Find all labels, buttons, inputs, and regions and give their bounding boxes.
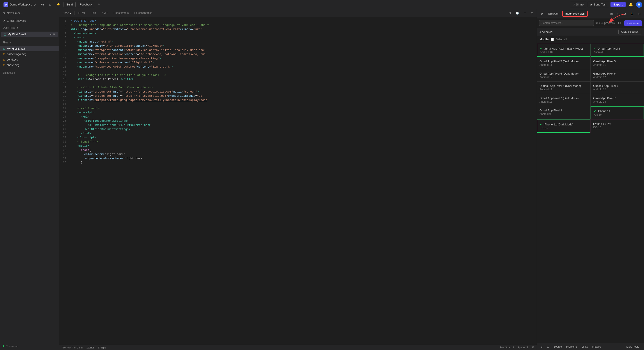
editor-area: Code ▾ HTML Text AMP Transformers Person… xyxy=(59,9,537,350)
right-panel-header: ↻ Browser Inbox Previews ⊞ ⊟ ⚙ 📱 ⊡ xyxy=(537,9,644,19)
active-open-file-item[interactable]: ◻ My First Email ··· ✕ xyxy=(1,32,58,37)
status-bar: File: /My First Email 12.5KB 1756px Font… xyxy=(59,345,537,350)
preview-item-gmail-pixel5-dark[interactable]: Gmail App Pixel 5 (Dark Mode) Android 11 xyxy=(537,57,590,69)
tab-text[interactable]: Text xyxy=(88,10,98,16)
send-test-button[interactable]: ▶ Send Test xyxy=(588,2,609,7)
topbar: D Demo Workspace ◇ ≡▾ ⌂ ⚡ Build Feedback… xyxy=(0,0,644,9)
preview-item-iphone11[interactable]: ✔ iPhone 11 iOS 15 xyxy=(590,106,644,119)
tab-html[interactable]: HTML xyxy=(76,10,88,16)
code-line-2: <!-- Change the lang and dir attributes … xyxy=(70,23,537,27)
mobile-label: Mobile xyxy=(540,38,548,41)
selected-bar: 4 selected Clear selection xyxy=(537,28,644,36)
preview-item-gmail-pixel6[interactable]: Gmail App Pixel 6 Android 12 xyxy=(590,69,644,81)
editor-tabs: Code ▾ HTML Text AMP Transformers Person… xyxy=(59,9,537,17)
email-analytics-link[interactable]: ↗ Email Analytics xyxy=(0,17,59,25)
grid-small-icon-button[interactable]: ⊞ xyxy=(608,11,615,17)
home-icon-button[interactable]: ⌂ xyxy=(47,2,53,8)
file-item-parcel-logo[interactable]: ◻ parcel-logo.svg xyxy=(0,51,59,57)
source-button[interactable]: Source xyxy=(552,344,564,349)
workspace-chevron-icon: ◇ xyxy=(34,3,36,6)
tab-personalization[interactable]: Personalization xyxy=(132,10,155,16)
preview-item-outlook-pixel6[interactable]: Outlook App Pixel 6 Android 12 xyxy=(590,82,644,94)
mail-icon-button[interactable]: ✉ xyxy=(507,11,512,16)
add-tab-button[interactable]: + xyxy=(96,2,102,7)
code-line-15: <title>Welcome to Parcel!</title> xyxy=(70,77,537,81)
continue-button[interactable]: Continue xyxy=(624,20,642,26)
preview-item-gmail-pixel5[interactable]: Gmail App Pixel 5 Android 11 xyxy=(590,57,644,69)
export-button[interactable]: Export xyxy=(610,2,626,7)
file-html-icon: ◻ xyxy=(4,33,6,36)
preview-item-gmail-pixel7[interactable]: Gmail App Pixel 7 Android 13 xyxy=(590,94,644,106)
open-file-close-icon[interactable]: ✕ xyxy=(53,33,55,36)
select-all-checkbox[interactable] xyxy=(551,38,554,41)
file-item-send[interactable]: ◻ send.svg xyxy=(0,57,59,62)
preview-item-outlook-pixel6-dark[interactable]: Outlook App Pixel 6 (Dark Mode) Android … xyxy=(537,82,590,94)
search-input[interactable] xyxy=(539,20,594,26)
more-tools-button[interactable]: More Tools ··· xyxy=(626,345,642,348)
line-numbers: 1 2 3 4 5 6 7 8 9 10 11 12 13 14 15 16 1 xyxy=(59,17,68,166)
grid-large-icon-button[interactable]: ⊟ xyxy=(615,11,621,17)
workspace-button[interactable]: D Demo Workspace ◇ xyxy=(2,1,38,8)
user-avatar[interactable]: B xyxy=(636,2,642,8)
preview-icon-button[interactable]: ⊡ xyxy=(529,11,535,16)
table-tool-icon[interactable]: ⊞ xyxy=(545,344,551,349)
clear-selection-button[interactable]: Clear selection xyxy=(618,29,641,35)
device-icon-button[interactable]: 📱 xyxy=(628,11,636,17)
open-files-chevron-icon: ▾ xyxy=(17,26,18,29)
open-file-name: My First Email xyxy=(8,33,26,36)
images-button[interactable]: Images xyxy=(590,344,602,349)
file-item-my-first-email[interactable]: ◻ My First Email xyxy=(0,46,59,51)
code-line-9: <meta name="format-detection" content="t… xyxy=(70,52,537,56)
preview-count: 94 / 94 previews xyxy=(596,22,615,25)
code-line-22: <!--[if mso]> xyxy=(70,106,537,110)
open-file-more-icon[interactable]: ··· xyxy=(50,33,52,36)
code-line-17: <!--link to Roboto Slab font from google… xyxy=(70,86,537,90)
preview-item-gmail-pixel4-dark[interactable]: ✔ Gmail App Pixel 4 (Dark Mode) Android … xyxy=(537,44,590,57)
notifications-button[interactable]: 🔔 xyxy=(627,2,635,8)
code-line-5: <head> xyxy=(70,36,537,40)
settings-icon-button[interactable]: ⚙ xyxy=(622,11,628,17)
browser-tab[interactable]: Browser xyxy=(546,11,562,16)
select-all-label[interactable]: Select all xyxy=(556,38,567,41)
preview-item-gmail-pixel3[interactable]: Gmail App Pixel 3 Android 9 xyxy=(537,106,590,119)
open-files-label: Open Files xyxy=(3,26,15,29)
tab-amp[interactable]: AMP xyxy=(99,10,110,16)
files-section: Files ▾ ◻ My First Email ◻ parcel-logo.s… xyxy=(0,39,59,68)
code-line-30: <![endif]--> xyxy=(70,140,537,144)
external-icon-button[interactable]: ⊡ xyxy=(636,11,642,17)
tab-transformers[interactable]: Transformers xyxy=(110,10,131,16)
mobile-section-header: Mobile Select all xyxy=(540,38,641,41)
font-size-info: Font Size: 13 xyxy=(500,346,514,349)
feedback-button[interactable]: Feedback xyxy=(77,2,95,7)
preview-item-iphone11pro[interactable]: iPhone 11 Pro iOS 15 xyxy=(590,119,644,133)
file-icon-svg3: ◻ xyxy=(3,64,5,66)
filter-button[interactable]: ⊟ xyxy=(616,20,622,26)
clock-icon-button[interactable]: 🕐 xyxy=(514,11,521,16)
preview-item-gmail-pixel6-dark[interactable]: Gmail App Pixel 6 (Dark Mode) Android 12 xyxy=(537,69,590,81)
code-line-19: <link rel="preconnect" href="https://fon… xyxy=(70,94,537,98)
source-tool-icon[interactable]: ⊡ xyxy=(539,344,544,349)
code-editor[interactable]: 1 2 3 4 5 6 7 8 9 10 11 12 13 14 15 16 1 xyxy=(59,17,537,345)
build-button[interactable]: Build xyxy=(64,2,76,7)
code-content[interactable]: <!DOCTYPE html> <!-- Change the lang and… xyxy=(68,17,537,166)
problems-button[interactable]: Problems xyxy=(564,344,579,349)
selected-count: 4 selected xyxy=(540,30,552,34)
preview-item-iphone11-dark[interactable]: ✔ iPhone 11 (Dark Mode) iOS 15 xyxy=(537,119,590,133)
preview-item-gmail-pixel7-dark[interactable]: Gmail App Pixel 7 (Dark Mode) Android 13 xyxy=(537,94,590,106)
mobile-section: Mobile Select all xyxy=(537,36,644,44)
preview-item-gmail-pixel4[interactable]: ✔ Gmail App Pixel 4 Android 10 xyxy=(590,44,644,57)
send-test-icon: ▶ xyxy=(590,3,593,6)
share-button[interactable]: ↗ Share xyxy=(570,2,586,7)
snippets-label: Snippets ▸ xyxy=(0,70,59,76)
refresh-icon-button[interactable]: ↻ xyxy=(539,11,545,17)
bolt-icon-button[interactable]: ⚡ xyxy=(54,2,62,8)
code-line-11: <meta name="color-scheme" content="light… xyxy=(70,61,537,65)
files-label: Files ▾ xyxy=(0,39,59,46)
list-icon-button[interactable]: ☰ xyxy=(522,11,528,16)
file-item-share[interactable]: ◻ share.svg xyxy=(0,62,59,68)
inbox-previews-tab[interactable]: Inbox Previews xyxy=(562,11,588,17)
new-email-button[interactable]: ⊕ New Email... xyxy=(0,9,59,17)
links-button[interactable]: Links xyxy=(580,344,590,349)
code-dropdown-button[interactable]: Code ▾ xyxy=(61,11,73,16)
layers-icon-button[interactable]: ≡▾ xyxy=(39,2,46,8)
